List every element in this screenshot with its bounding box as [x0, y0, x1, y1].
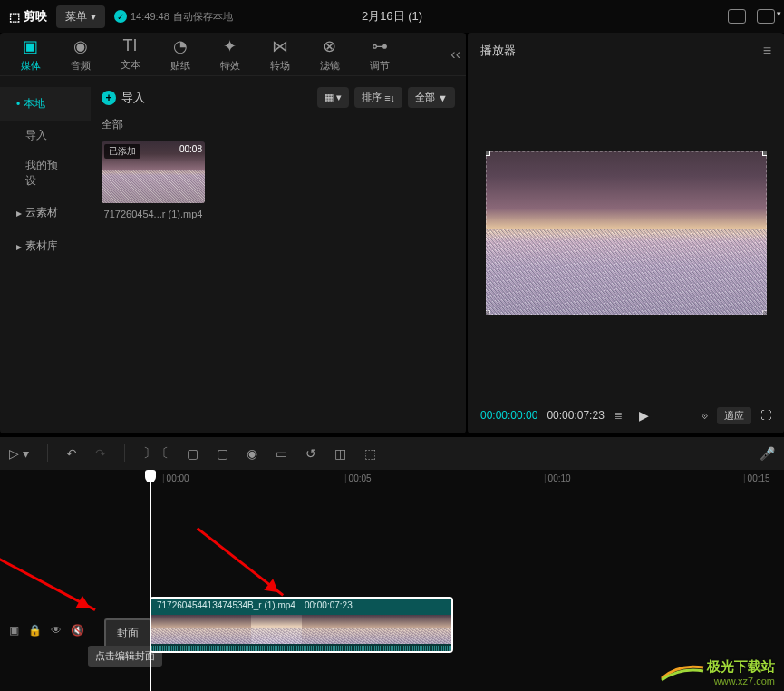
delete-right-icon[interactable]: ▢	[217, 446, 228, 461]
filter-all-button[interactable]: 全部 ▼	[408, 87, 455, 108]
preview-area[interactable]: ↻	[468, 69, 784, 397]
handle-top-right[interactable]	[762, 151, 767, 156]
tab-filter[interactable]: ⊗ 滤镜	[305, 36, 354, 73]
clip-thumbnail: 已添加 00:08	[102, 141, 205, 203]
track-controls: ▣ 🔒 👁 🔇	[9, 624, 84, 637]
layout-icon-2[interactable]: ▾	[757, 9, 775, 24]
freeze-icon[interactable]: ⬚	[364, 446, 376, 461]
added-badge: 已添加	[104, 144, 140, 159]
tab-label: 滤镜	[320, 59, 340, 73]
collapse-tabs-button[interactable]: ‹‹	[450, 46, 460, 63]
lock-icon[interactable]: 🔒	[28, 624, 42, 637]
import-button[interactable]: + 导入	[102, 90, 145, 106]
tick-label: 00:05	[344, 473, 372, 483]
tab-transition[interactable]: ⋈ 转场	[255, 36, 305, 73]
tab-adjust[interactable]: ⊶ 调节	[354, 36, 404, 73]
layout-icon-1[interactable]	[728, 9, 746, 24]
tick-label: 00:00	[162, 473, 189, 483]
mute-icon[interactable]: 🔇	[71, 624, 84, 637]
crop-icon[interactable]: ◫	[334, 446, 346, 461]
logo-icon: ⬚	[9, 10, 20, 24]
sort-icon: ≡↓	[384, 92, 395, 103]
adjust-icon: ⊶	[372, 36, 388, 56]
tab-text[interactable]: TI 文本	[105, 36, 155, 72]
watermark: 极光下载站 www.xz7.com	[707, 658, 775, 686]
timeline-toolbar: ▷ ▾ ↶ ↷ 〕〔 ▢ ▢ ◉ ▭ ↺ ◫ ⬚ 🎤	[0, 437, 784, 470]
speed-icon[interactable]: ◉	[247, 446, 257, 461]
menu-button[interactable]: 菜单 ▾	[56, 5, 105, 28]
tab-effect[interactable]: ✦ 特效	[205, 36, 255, 73]
sidebar-item-preset[interactable]: 我的预设	[0, 151, 91, 196]
collapse-icon[interactable]: ▣	[9, 624, 19, 637]
time-total: 00:00:07:23	[547, 409, 604, 422]
bullet-icon: •	[16, 98, 20, 111]
mirror-icon[interactable]: ▭	[276, 446, 287, 461]
sticker-icon: ◔	[173, 36, 188, 56]
fullscreen-icon[interactable]: ⛶	[760, 409, 771, 422]
cover-button[interactable]: 封面	[104, 618, 151, 648]
handle-bottom-right[interactable]	[762, 310, 767, 315]
watermark-main: 极光下载站	[707, 658, 775, 676]
timeline-clip[interactable]: 717260454413474534B_r (1).mp4 00:00:07:2…	[150, 597, 453, 653]
eye-icon[interactable]: 👁	[51, 624, 62, 637]
title-bar: ⬚ 剪映 菜单 ▾ ✓ 14:49:48 自动保存本地 2月16日 (1) ▾	[0, 0, 784, 33]
handle-top-left[interactable]	[486, 151, 490, 156]
import-label: 导入	[121, 90, 145, 106]
filter-icon: ▼	[438, 92, 448, 103]
side-label: 素材库	[25, 238, 58, 254]
list-icon[interactable]: ≣	[614, 409, 623, 422]
sidebar-item-cloud[interactable]: ▸ 云素材	[0, 196, 91, 229]
player-header: 播放器 ≡	[468, 33, 784, 69]
tab-label: 贴纸	[170, 59, 190, 73]
delete-left-icon[interactable]: ▢	[187, 446, 198, 461]
effect-icon: ✦	[223, 36, 237, 56]
plus-icon: +	[102, 91, 116, 105]
playhead[interactable]	[150, 470, 151, 691]
app-logo: ⬚ 剪映	[9, 8, 47, 24]
tab-media[interactable]: ▣ 媒体	[5, 36, 55, 73]
player-controls: 00:00:00:00 00:00:07:23 ≣ ▶ ⟐ 適应 ⛶	[468, 397, 784, 433]
watermark-sub: www.xz7.com	[707, 676, 775, 686]
sidebar-item-library[interactable]: ▸ 素材库	[0, 229, 91, 263]
select-tool-icon[interactable]: ▷ ▾	[9, 446, 29, 461]
tick-label: 00:10	[544, 473, 571, 483]
side-label: 本地	[24, 96, 45, 112]
play-button[interactable]: ▶	[639, 408, 649, 423]
tab-label: 调节	[370, 59, 390, 73]
preview-frame[interactable]: ↻	[486, 151, 767, 315]
undo-button[interactable]: ↶	[66, 446, 77, 461]
clip-filename: 717260454...r (1).mp4	[102, 209, 205, 219]
player-menu-icon[interactable]: ≡	[763, 43, 771, 59]
redo-button[interactable]: ↷	[95, 446, 106, 461]
tab-label: 音频	[71, 59, 91, 73]
timeline-ruler[interactable]: 00:00 00:05 00:10 00:15	[150, 470, 784, 490]
sidebar-item-import[interactable]: 导入	[0, 121, 91, 151]
sidebar-item-local[interactable]: • 本地	[0, 87, 91, 121]
media-body: • 本地 导入 我的预设 ▸ 云素材 ▸ 素材库 + 导入	[0, 76, 466, 433]
side-nav: • 本地 导入 我的预设 ▸ 云素材 ▸ 素材库	[0, 76, 91, 433]
media-clip-item[interactable]: 已添加 00:08 717260454...r (1).mp4	[102, 141, 205, 219]
media-panel: ▣ 媒体 ◉ 音频 TI 文本 ◔ 贴纸 ✦ 特效 ⋈ 转场	[0, 33, 466, 433]
sort-button[interactable]: 排序 ≡↓	[354, 87, 402, 108]
chevron-right-icon: ▸	[16, 240, 22, 253]
tab-audio[interactable]: ◉ 音频	[55, 36, 105, 73]
view-mode-button[interactable]: ▦ ▾	[317, 87, 349, 108]
filter-icon: ⊗	[323, 36, 336, 56]
rotate-icon[interactable]: ↺	[305, 446, 316, 461]
annotation-arrow	[0, 558, 96, 611]
split-icon[interactable]: 〕〔	[143, 445, 169, 462]
handle-bottom-left[interactable]	[486, 310, 490, 315]
timeline-panel: ▷ ▾ ↶ ↷ 〕〔 ▢ ▢ ◉ ▭ ↺ ◫ ⬚ 🎤 00:00 00:05 0…	[0, 437, 784, 691]
tab-sticker[interactable]: ◔ 贴纸	[155, 36, 205, 73]
frame-guides	[486, 151, 767, 315]
tick-label: 00:15	[743, 473, 770, 483]
player-title: 播放器	[480, 43, 516, 59]
side-label: 云素材	[25, 205, 58, 220]
mic-icon[interactable]: 🎤	[760, 446, 775, 461]
tab-bar: ▣ 媒体 ◉ 音频 TI 文本 ◔ 贴纸 ✦ 特效 ⋈ 转场	[0, 33, 466, 76]
clip-duration-label: 00:00:07:23	[305, 600, 353, 613]
adapt-button[interactable]: 適应	[717, 407, 751, 424]
chevron-down-icon: ▾	[91, 10, 96, 23]
autosave-text: 自动保存本地	[173, 10, 233, 24]
focus-icon[interactable]: ⟐	[702, 409, 708, 422]
